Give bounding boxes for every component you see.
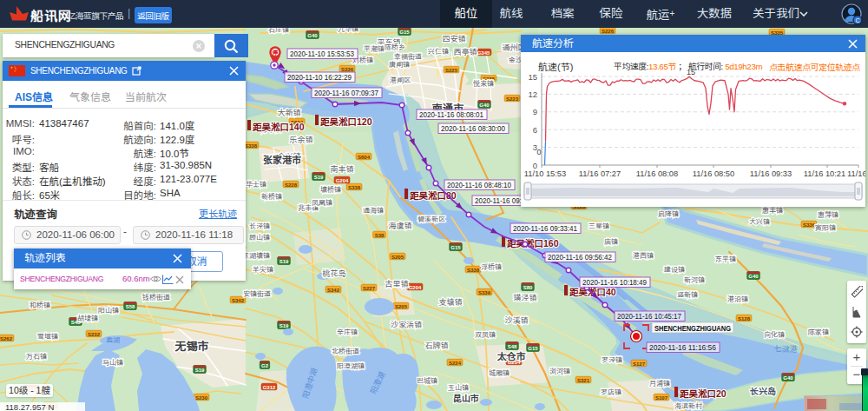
svg-text:华士镇: 华士镇 [246, 180, 266, 189]
svg-text:浮桥镇: 浮桥镇 [481, 263, 502, 271]
svg-text:S19: S19 [195, 368, 205, 373]
svg-text:0: 0 [536, 148, 541, 156]
svg-text:安镇街道: 安镇街道 [243, 290, 271, 298]
svg-text:S48: S48 [508, 344, 517, 349]
svg-text:庙镇: 庙镇 [604, 238, 618, 246]
svg-text:G40: G40 [307, 33, 318, 38]
svg-text:东平镇: 东平镇 [715, 255, 736, 263]
svg-text:张家港市: 张家港市 [263, 155, 301, 165]
svg-text:平潮镇: 平潮镇 [364, 45, 385, 53]
svg-text:G345: G345 [477, 50, 490, 56]
svg-text:阳澄湖镇: 阳澄湖镇 [337, 362, 365, 370]
svg-text:顾山镇: 顾山镇 [249, 234, 270, 242]
svg-text:启隆镇: 启隆镇 [658, 210, 679, 218]
svg-text:璜泾镇: 璜泾镇 [513, 294, 536, 302]
svg-text:兴仁镇: 兴仁镇 [428, 48, 449, 56]
svg-text:唐闸镇: 唐闸镇 [389, 61, 410, 69]
svg-text:沙家浜镇: 沙家浜镇 [391, 321, 422, 329]
svg-text:2020-11-16 08:30:00: 2020-11-16 08:30:00 [441, 124, 505, 133]
svg-text:G204: G204 [409, 285, 422, 290]
svg-text:悦来镇: 悦来镇 [473, 80, 494, 88]
svg-text:惠萍镇: 惠萍镇 [818, 211, 838, 219]
svg-text:东湖塘镇: 东湖塘镇 [242, 251, 270, 260]
svg-text:G15: G15 [450, 245, 461, 250]
svg-text:S230: S230 [195, 395, 208, 401]
svg-text:0: 0 [533, 161, 537, 170]
svg-text:6: 6 [533, 125, 537, 135]
svg-text:11/16 07:27: 11/16 07:27 [579, 169, 621, 178]
svg-text:2020-11-10 15:53:53: 2020-11-10 15:53:53 [290, 50, 354, 58]
svg-text:S225: S225 [445, 68, 458, 73]
svg-text:胡埭镇: 胡埭镇 [77, 315, 98, 322]
svg-text:11/16 11:14: 11/16 11:14 [847, 169, 865, 178]
svg-text:2020-11-16 10:18:49: 2020-11-16 10:18:49 [582, 278, 647, 287]
svg-text:S321: S321 [577, 378, 590, 383]
svg-text:11/10 15:53: 11/10 15:53 [524, 169, 566, 178]
svg-text:G2: G2 [261, 363, 269, 368]
svg-text:四安镇: 四安镇 [442, 35, 465, 43]
svg-text:G40: G40 [783, 375, 793, 381]
svg-text:海虞镇: 海虞镇 [388, 222, 411, 230]
svg-text:幸福街道: 幸福街道 [394, 53, 422, 61]
svg-text:凤凰镇: 凤凰镇 [312, 199, 332, 207]
svg-text:竖新镇: 竖新镇 [677, 291, 698, 299]
svg-text:城厢镇: 城厢镇 [489, 369, 510, 377]
svg-text:G15: G15 [399, 30, 410, 35]
svg-text:S336: S336 [803, 222, 816, 228]
svg-text:羊尖镇: 羊尖镇 [253, 266, 273, 274]
svg-text:G204: G204 [336, 178, 349, 183]
svg-text:桃花岛: 桃花岛 [322, 269, 345, 278]
svg-text:S38: S38 [375, 233, 385, 238]
svg-text:太仓市: 太仓市 [497, 351, 526, 361]
svg-text:S227: S227 [363, 286, 376, 291]
svg-text:惠丰镇: 惠丰镇 [762, 207, 783, 215]
svg-text:G312: G312 [263, 385, 276, 390]
svg-text:向化镇: 向化镇 [764, 330, 785, 339]
svg-text:碧溪新区: 碧溪新区 [418, 215, 445, 223]
svg-text:S228: S228 [285, 182, 298, 188]
svg-text:15: 15 [687, 70, 695, 76]
svg-text:S224: S224 [449, 361, 462, 366]
svg-text:9: 9 [533, 107, 537, 116]
svg-text:支塘镇: 支塘镇 [438, 297, 462, 307]
svg-text:巴城镇: 巴城镇 [417, 377, 437, 385]
svg-text:寅阳镇: 寅阳镇 [815, 224, 836, 232]
svg-text:S19: S19 [314, 175, 324, 180]
svg-text:S205: S205 [395, 304, 408, 309]
svg-text:建设镇: 建设镇 [664, 266, 685, 274]
svg-text:南丰镇: 南丰镇 [330, 165, 353, 174]
svg-text:SHENCHENGZHIGUANG: SHENCHENGZHIGUANG [654, 324, 731, 333]
svg-text:玉山镇: 玉山镇 [448, 384, 469, 392]
svg-text:新河镇: 新河镇 [684, 276, 705, 284]
svg-text:西亭镇: 西亭镇 [453, 48, 477, 56]
svg-text:11/16 10:21: 11/16 10:21 [804, 169, 845, 178]
svg-text:无锡市: 无锡市 [174, 340, 208, 353]
svg-text:乐余镇: 乐余镇 [289, 136, 312, 144]
svg-text:距吴淞口80: 距吴淞口80 [410, 190, 457, 201]
svg-text:罗泾镇: 罗泾镇 [602, 356, 622, 364]
svg-text:S19: S19 [279, 323, 289, 328]
svg-text:长泾镇: 长泾镇 [249, 222, 270, 230]
svg-text:2020-11-16 10:45:17: 2020-11-16 10:45:17 [617, 312, 681, 321]
svg-text:2020-11-16 07:09:37: 2020-11-16 07:09:37 [314, 89, 378, 97]
svg-text:沙溪镇: 沙溪镇 [504, 316, 528, 325]
svg-text:塘桥镇: 塘桥镇 [320, 185, 341, 194]
svg-text:蠡湖: 蠡湖 [106, 336, 120, 344]
svg-text:陈桥乡: 陈桥乡 [385, 43, 405, 51]
svg-text:停: 停 [273, 50, 279, 56]
svg-text:11/16 08:08: 11/16 08:08 [636, 169, 678, 178]
svg-text:S80: S80 [523, 285, 533, 290]
svg-text:S338: S338 [245, 143, 258, 149]
svg-text:S19: S19 [279, 259, 289, 264]
svg-text:三星镇: 三星镇 [589, 222, 609, 230]
svg-text:马山镇: 马山镇 [102, 359, 123, 367]
svg-text:G40: G40 [748, 274, 759, 279]
svg-text:2020-11-16 09:33:41: 2020-11-16 09:33:41 [513, 224, 577, 233]
svg-text:S262: S262 [0, 336, 13, 341]
svg-text:S342: S342 [232, 298, 245, 303]
svg-text:S127: S127 [633, 361, 646, 367]
svg-text:2020-11-16 08:48:10: 2020-11-16 08:48:10 [447, 181, 511, 189]
svg-text:G40: G40 [479, 103, 490, 108]
svg-text:古里镇: 古里镇 [385, 280, 408, 288]
svg-text:新桥镇: 新桥镇 [261, 193, 282, 201]
